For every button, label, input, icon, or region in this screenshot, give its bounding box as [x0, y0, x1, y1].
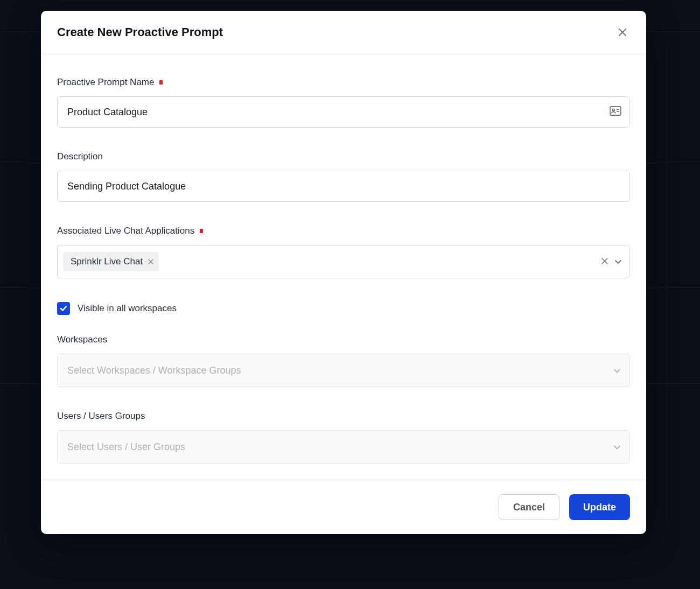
apps-label-text: Associated Live Chat Applications: [57, 226, 194, 236]
description-input[interactable]: [57, 171, 630, 202]
modal-header: Create New Proactive Prompt: [41, 11, 646, 53]
workspaces-label-text: Workspaces: [57, 334, 107, 345]
chevron-down-icon: [614, 259, 622, 264]
users-label-text: Users / Users Groups: [57, 411, 145, 422]
name-input[interactable]: [57, 96, 630, 128]
field-description: Description: [57, 151, 630, 202]
name-label: Proactive Prompt Name: [57, 77, 630, 88]
workspaces-select[interactable]: Select Workspaces / Workspace Groups: [57, 354, 630, 387]
name-input-wrap: [57, 96, 630, 128]
create-proactive-prompt-modal: Create New Proactive Prompt Proactive Pr…: [41, 11, 646, 534]
description-input-wrap: [57, 171, 630, 202]
app-tag-label: Sprinklr Live Chat: [71, 256, 143, 267]
tag-remove-button[interactable]: [148, 258, 153, 265]
name-label-text: Proactive Prompt Name: [57, 77, 154, 88]
clear-all-button[interactable]: [601, 257, 608, 267]
apps-label: Associated Live Chat Applications: [57, 226, 630, 236]
field-name: Proactive Prompt Name: [57, 77, 630, 128]
visible-all-label: Visible in all workspaces: [78, 303, 177, 314]
description-label-text: Description: [57, 151, 103, 162]
workspaces-placeholder: Select Workspaces / Workspace Groups: [67, 365, 241, 376]
field-users: Users / Users Groups Select Users / User…: [57, 411, 630, 464]
cancel-button[interactable]: Cancel: [499, 494, 559, 520]
users-placeholder: Select Users / User Groups: [67, 441, 185, 453]
workspaces-label: Workspaces: [57, 334, 630, 345]
description-label: Description: [57, 151, 630, 162]
users-select[interactable]: Select Users / User Groups: [57, 430, 630, 464]
dropdown-toggle[interactable]: [614, 257, 622, 267]
modal-title: Create New Proactive Prompt: [57, 25, 223, 39]
chevron-down-icon: [613, 365, 621, 376]
tag-input-controls: [601, 257, 622, 267]
svg-point-3: [612, 109, 614, 111]
close-icon: [148, 259, 153, 264]
close-button[interactable]: [615, 25, 630, 40]
id-card-icon: [610, 106, 621, 118]
visible-all-row: Visible in all workspaces: [57, 302, 630, 315]
svg-rect-2: [610, 107, 621, 115]
users-label: Users / Users Groups: [57, 411, 630, 422]
update-button[interactable]: Update: [569, 494, 630, 520]
visible-all-checkbox[interactable]: [57, 302, 70, 315]
required-indicator: [200, 229, 203, 233]
close-icon: [618, 27, 627, 37]
modal-footer: Cancel Update: [41, 480, 646, 534]
apps-tag-input[interactable]: Sprinklr Live Chat: [57, 245, 630, 278]
check-icon: [60, 305, 67, 312]
chevron-down-icon: [613, 441, 621, 453]
required-indicator: [159, 80, 163, 85]
field-apps: Associated Live Chat Applications Sprink…: [57, 226, 630, 278]
app-tag: Sprinklr Live Chat: [63, 252, 159, 271]
close-icon: [601, 258, 608, 264]
modal-body: Proactive Prompt Name Des: [41, 53, 646, 480]
field-workspaces: Workspaces Select Workspaces / Workspace…: [57, 334, 630, 387]
